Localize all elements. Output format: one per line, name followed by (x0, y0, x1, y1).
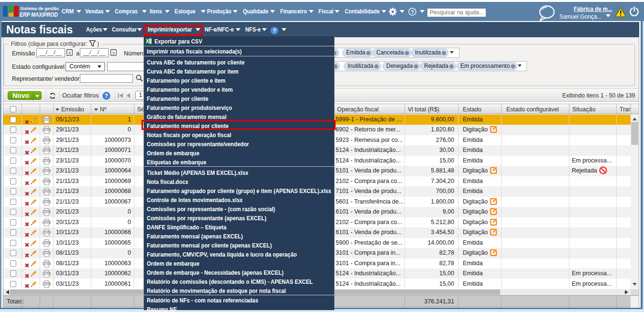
svg-text:8: 8 (68, 51, 71, 55)
svg-text:X: X (146, 39, 149, 44)
svg-text:?: ? (411, 9, 414, 15)
svg-text:8: 8 (112, 51, 115, 55)
svg-text:?: ? (273, 28, 276, 33)
svg-text:?: ? (105, 93, 108, 99)
